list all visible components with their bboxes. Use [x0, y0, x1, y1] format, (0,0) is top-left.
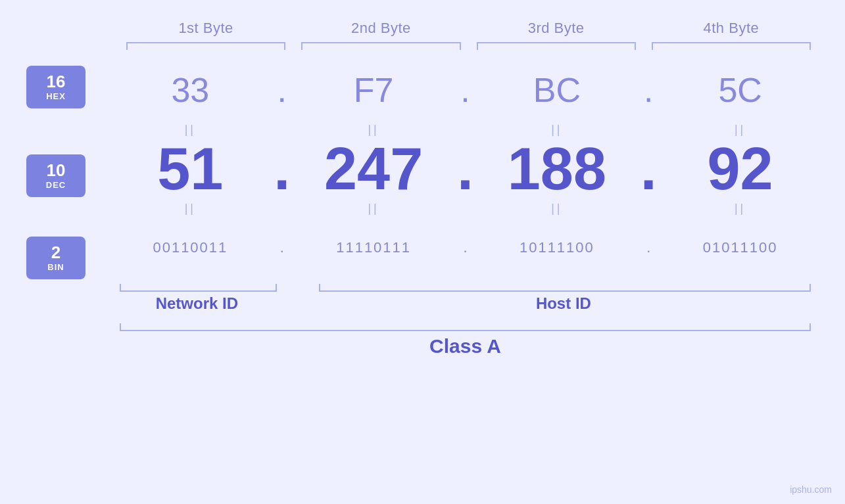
byte3-header: 3rd Byte [469, 20, 644, 37]
bin-b1: 00110011 [112, 239, 269, 256]
eq2-b1: || [112, 202, 269, 216]
bin-b4: 01011100 [662, 239, 819, 256]
hex-b4: 5C [662, 70, 819, 110]
bottom-brackets [112, 280, 819, 292]
bin-dot2: . [452, 239, 479, 256]
class-bracket [114, 319, 816, 331]
base-labels: 16 HEX 10 DEC 2 BIN [26, 60, 112, 277]
hex-b3: BC [479, 70, 636, 110]
byte1-header: 1st Byte [118, 20, 293, 37]
bracket-host [314, 280, 816, 292]
rows-area: 33 . F7 . BC . 5C [112, 60, 819, 277]
bin-b2: 11110111 [295, 239, 452, 256]
bracket-net [114, 280, 282, 292]
equals-row-2: || || || || [112, 198, 819, 218]
hex-dot2: . [452, 70, 479, 110]
id-section: Network ID Host ID [26, 280, 819, 313]
eq1-b4: || [662, 123, 819, 137]
eq2-b3: || [479, 202, 636, 216]
id-labels: Network ID Host ID [112, 294, 819, 313]
bracket-byte1 [121, 42, 291, 54]
network-id-label: Network ID [112, 294, 282, 313]
content-area: 16 HEX 10 DEC 2 BIN [26, 60, 819, 277]
bracket-byte3 [471, 42, 641, 54]
dec-num: 10 [47, 161, 66, 180]
dec-dot1: . [269, 139, 295, 198]
eq2-b4: || [662, 202, 819, 216]
eq1-b1: || [112, 123, 269, 137]
bin-row: 00110011 . 11110111 . 10111100 . [112, 218, 819, 277]
eq1-b3: || [479, 123, 636, 137]
main-container: 1st Byte 2nd Byte 3rd Byte 4th Byte 16 H… [0, 0, 845, 504]
dec-b1: 51 [112, 139, 269, 198]
hex-dot3: . [635, 70, 662, 110]
hex-name: HEX [46, 91, 66, 101]
top-brackets [26, 42, 819, 54]
watermark: ipshu.com [790, 484, 832, 495]
bin-num: 2 [51, 243, 60, 262]
eq2-b2: || [295, 202, 452, 216]
hex-dot1: . [269, 70, 295, 110]
class-section: Class A [26, 319, 819, 357]
dec-dot3: . [635, 139, 662, 198]
bin-name: BIN [47, 262, 64, 272]
hex-b2: F7 [295, 70, 452, 110]
dot-spacer-label [282, 294, 308, 313]
byte4-header: 4th Byte [644, 20, 819, 37]
dec-badge: 10 DEC [26, 154, 85, 197]
hex-num: 16 [47, 72, 66, 91]
byte2-header: 2nd Byte [293, 20, 468, 37]
bin-b3: 10111100 [479, 239, 636, 256]
bin-dot3: . [635, 239, 662, 256]
dec-row: 51 . 247 . 188 . 92 [112, 139, 819, 198]
dec-b3: 188 [479, 139, 636, 198]
hex-b1: 33 [112, 70, 269, 110]
bracket-byte4 [646, 42, 816, 54]
dec-b2: 247 [295, 139, 452, 198]
byte-headers: 1st Byte 2nd Byte 3rd Byte 4th Byte [26, 20, 819, 37]
bracket-byte2 [296, 42, 466, 54]
bin-dot1: . [269, 239, 295, 256]
dec-name: DEC [46, 180, 66, 190]
class-label: Class A [112, 335, 819, 357]
hex-badge: 16 HEX [26, 66, 85, 108]
hex-row: 33 . F7 . BC . 5C [112, 60, 819, 120]
dec-b4: 92 [662, 139, 819, 198]
host-id-label: Host ID [308, 294, 819, 313]
dot-spacer-1 [285, 280, 311, 292]
bin-badge: 2 BIN [26, 237, 85, 279]
dec-dot2: . [452, 139, 479, 198]
eq1-b2: || [295, 123, 452, 137]
